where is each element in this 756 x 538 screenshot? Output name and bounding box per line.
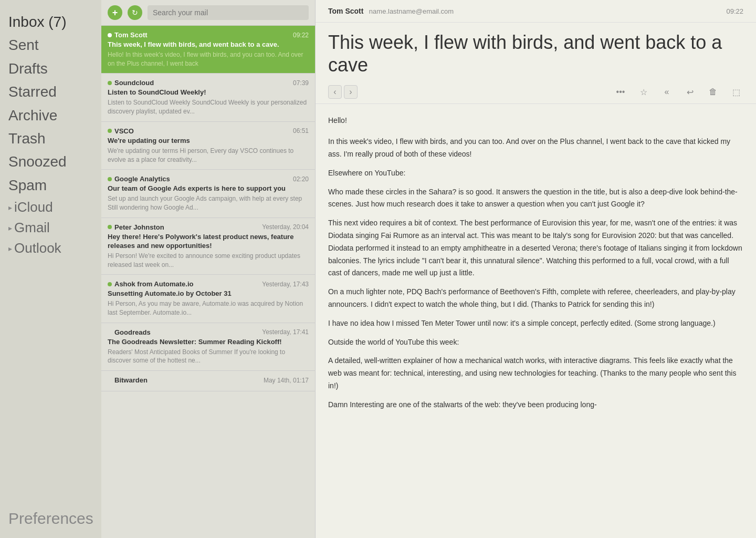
- email-actions-bar: ‹ › ••• ☆ « ↩ 🗑 ⬚: [316, 80, 756, 104]
- email-title-section: This week, I flew with birds, and went b…: [316, 23, 756, 80]
- email-preview: Set up and launch your Google Ads campai…: [108, 194, 309, 212]
- email-content-header: Tom Scott name.lastname@email.com 09:22: [316, 0, 756, 23]
- email-body-paragraph: On a much lighter note, PDQ Bach's perfo…: [328, 286, 743, 311]
- email-time: 09:22: [293, 32, 309, 39]
- unread-indicator: [108, 129, 112, 133]
- email-list: Tom Scott 09:22 This week, I flew with b…: [101, 26, 315, 538]
- email-sender-name: Google Analytics: [114, 175, 170, 183]
- email-list-item[interactable]: Goodreads Yesterday, 17:41 The Goodreads…: [101, 323, 315, 371]
- sidebar-item-snoozed[interactable]: Snoozed: [8, 150, 93, 173]
- email-subject: The Goodreads Newsletter: Summer Reading…: [108, 338, 309, 347]
- archive-button[interactable]: ⬚: [729, 85, 743, 99]
- unread-indicator: [108, 282, 112, 286]
- email-list-item[interactable]: Peter Johnston Yesterday, 20:04 Hey ther…: [101, 218, 315, 275]
- email-action-icons: ••• ☆ « ↩ 🗑 ⬚: [613, 85, 743, 99]
- email-body-paragraph: A detailed, well-written explainer of ho…: [328, 355, 743, 392]
- icloud-expand-icon: ▸: [8, 203, 12, 212]
- email-sender-name: VSCO: [114, 127, 134, 135]
- sidebar-item-inbox[interactable]: Inbox (7): [8, 11, 93, 34]
- sidebar-item-starred[interactable]: Starred: [8, 80, 93, 104]
- sidebar-item-gmail[interactable]: ▸ Gmail: [8, 218, 93, 238]
- unread-indicator: [108, 378, 112, 382]
- email-body-paragraph: Who made these circles in the Sahara? is…: [328, 186, 743, 211]
- sidebar-item-outlook[interactable]: ▸ Outlook: [8, 238, 93, 258]
- email-body-paragraph: I have no idea how I missed Ten Meter To…: [328, 317, 743, 330]
- email-content-panel: Tom Scott name.lastname@email.com 09:22 …: [316, 0, 756, 538]
- email-list-item[interactable]: VSCO 06:51 We're updating our terms We'r…: [101, 122, 315, 170]
- email-subject: Sunsetting Automate.io by October 31: [108, 289, 309, 298]
- more-options-button[interactable]: •••: [613, 85, 628, 99]
- unread-indicator: [108, 330, 112, 334]
- email-navigation: ‹ ›: [328, 85, 358, 99]
- trash-button[interactable]: 🗑: [706, 85, 720, 99]
- email-sender-name: Peter Johnston: [114, 223, 164, 231]
- sidebar-item-drafts[interactable]: Drafts: [8, 57, 93, 80]
- email-list-item[interactable]: Soundcloud 07:39 Listen to SoundCloud We…: [101, 74, 315, 121]
- email-subject: We're updating our terms: [108, 137, 309, 146]
- email-preview: Hi Person, As you may be aware, Automate…: [108, 299, 309, 317]
- email-list-item[interactable]: Ashok from Automate.io Yesterday, 17:43 …: [101, 275, 315, 323]
- email-subject: Listen to SoundCloud Weekly!: [108, 88, 309, 97]
- email-preview: Listen to SoundCloud Weekly SoundCloud W…: [108, 98, 309, 116]
- sidebar-item-archive[interactable]: Archive: [8, 104, 93, 127]
- email-body-paragraph: Damn Interesting are one of the stalwart…: [328, 399, 743, 411]
- outlook-expand-icon: ▸: [8, 244, 12, 253]
- sidebar-item-spam[interactable]: Spam: [8, 174, 93, 197]
- email-time: 07:39: [293, 79, 309, 87]
- email-body-paragraph: In this week's video, I flew with birds,…: [328, 136, 743, 161]
- reply-all-button[interactable]: «: [659, 85, 674, 99]
- next-email-button[interactable]: ›: [344, 85, 358, 99]
- email-greeting: Hello!: [328, 115, 743, 127]
- email-preview: Hi Person! We're excited to announce som…: [108, 252, 309, 270]
- email-received-time: 09:22: [726, 7, 743, 15]
- email-time: Yesterday, 17:41: [262, 328, 309, 336]
- email-sender-info: Tom Scott name.lastname@email.com: [328, 6, 454, 16]
- email-list-header: + ↻: [101, 0, 315, 26]
- search-input[interactable]: [148, 5, 309, 20]
- email-sender-name: Tom Scott: [114, 31, 148, 39]
- email-list-panel: + ↻ Tom Scott 09:22 This week, I flew wi…: [101, 0, 316, 538]
- email-sender-name: Goodreads: [114, 328, 151, 336]
- unread-indicator: [108, 33, 112, 37]
- email-time: May 14th, 01:17: [264, 377, 309, 384]
- email-subject-title: This week, I flew with birds, and went b…: [328, 31, 743, 76]
- star-button[interactable]: ☆: [636, 85, 651, 99]
- sidebar-item-icloud[interactable]: ▸ iCloud: [8, 197, 93, 218]
- sidebar-item-trash[interactable]: Trash: [8, 127, 93, 150]
- unread-indicator: [108, 177, 112, 181]
- email-time: Yesterday, 17:43: [262, 281, 309, 288]
- email-from-address: name.lastname@email.com: [369, 7, 454, 15]
- email-sender-name: Soundcloud: [114, 79, 154, 87]
- email-list-item[interactable]: Google Analytics 02:20 Our team of Googl…: [101, 170, 315, 218]
- compose-button[interactable]: +: [108, 5, 122, 20]
- email-from-name: Tom Scott: [328, 7, 363, 15]
- unread-indicator: [108, 225, 112, 229]
- email-time: 02:20: [293, 175, 309, 183]
- gmail-expand-icon: ▸: [8, 224, 12, 232]
- email-preview: We're updating our terms Hi person, Ever…: [108, 147, 309, 164]
- email-preview: Hello! In this week's video, I flew with…: [108, 50, 309, 68]
- email-preview: Readers' Most Anticipated Books of Summe…: [108, 348, 309, 366]
- email-body-paragraph: This next video requires a bit of contex…: [328, 217, 743, 280]
- reply-button[interactable]: ↩: [682, 85, 697, 99]
- prev-email-button[interactable]: ‹: [328, 85, 342, 99]
- email-subject: This week, I flew with birds, and went b…: [108, 40, 309, 49]
- email-body-paragraph: Elsewhere on YouTube:: [328, 167, 743, 180]
- sidebar: Inbox (7) Sent Drafts Starred Archive Tr…: [0, 0, 101, 538]
- email-body: Hello!In this week's video, I flew with …: [316, 104, 756, 538]
- email-time: Yesterday, 20:04: [262, 223, 309, 231]
- email-subject: Our team of Google Ads experts is here t…: [108, 184, 309, 193]
- email-sender-name: Bitwarden: [114, 376, 148, 384]
- email-sender-name: Ashok from Automate.io: [114, 280, 193, 288]
- sidebar-item-sent[interactable]: Sent: [8, 34, 93, 57]
- unread-indicator: [108, 81, 112, 85]
- email-list-item[interactable]: Bitwarden May 14th, 01:17: [101, 371, 315, 391]
- email-subject: Hey there! Here's Polywork's latest prod…: [108, 233, 309, 251]
- email-time: 06:51: [293, 127, 309, 134]
- refresh-button[interactable]: ↻: [128, 5, 142, 20]
- email-body-paragraph: Outside the world of YouTube this week:: [328, 336, 743, 349]
- sidebar-item-preferences[interactable]: Preferences: [8, 499, 93, 527]
- email-list-item[interactable]: Tom Scott 09:22 This week, I flew with b…: [101, 26, 315, 74]
